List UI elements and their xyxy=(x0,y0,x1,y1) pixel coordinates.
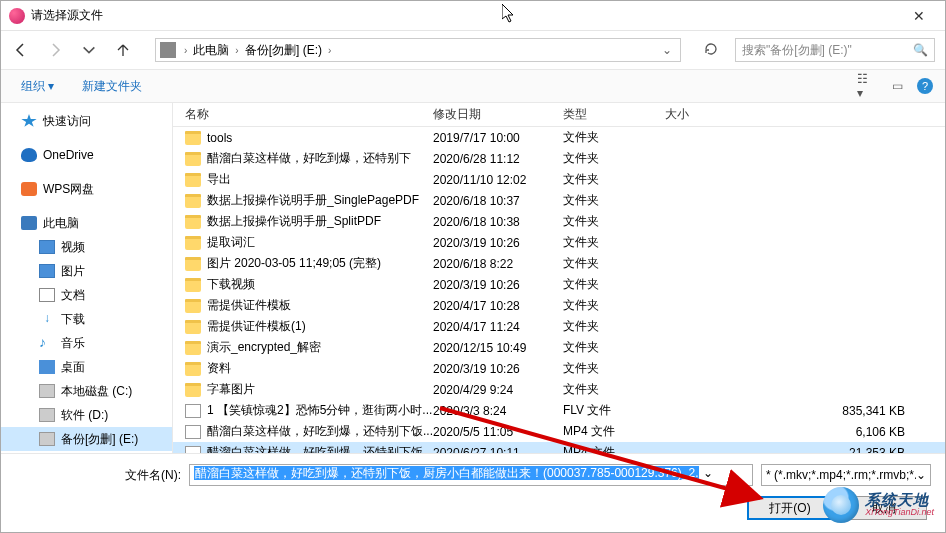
chevron-right-icon[interactable]: › xyxy=(231,45,242,56)
chevron-right-icon[interactable]: › xyxy=(180,45,191,56)
breadcrumb-seg-drive[interactable]: 备份[勿删] (E:) xyxy=(243,42,324,59)
video-icon xyxy=(39,240,55,254)
file-size: 6,106 KB xyxy=(665,425,945,439)
folder-icon xyxy=(185,320,201,334)
picture-icon xyxy=(39,264,55,278)
forward-button[interactable] xyxy=(45,40,65,60)
sidebar-item-disk-e[interactable]: 备份[勿删] (E:) xyxy=(1,427,172,451)
cloud-icon xyxy=(21,148,37,162)
file-row[interactable]: tools2019/7/17 10:00文件夹 xyxy=(173,127,945,148)
folder-icon xyxy=(185,131,201,145)
file-type: 文件夹 xyxy=(563,318,665,335)
sidebar-item-downloads[interactable]: ↓下载 xyxy=(1,307,172,331)
file-name: 1 【笑镇惊魂2】恐怖5分钟，逛街两小时... xyxy=(207,402,433,419)
file-date: 2020/4/17 11:24 xyxy=(433,320,563,334)
file-name: 字幕图片 xyxy=(207,381,433,398)
folder-icon xyxy=(185,236,201,250)
sidebar-item-video[interactable]: 视频 xyxy=(1,235,172,259)
file-row[interactable]: 导出2020/11/10 12:02文件夹 xyxy=(173,169,945,190)
file-icon xyxy=(185,425,201,439)
file-date: 2020/4/29 9:24 xyxy=(433,383,563,397)
pc-icon xyxy=(21,216,37,230)
file-type-filter[interactable]: * (*.mkv;*.mp4;*.rm;*.rmvb;*.f⌄ xyxy=(761,464,931,486)
file-row[interactable]: 1 【笑镇惊魂2】恐怖5分钟，逛街两小时...2020/3/3 8:24FLV … xyxy=(173,400,945,421)
wps-icon xyxy=(21,182,37,196)
file-row[interactable]: 需提供证件模板(1)2020/4/17 11:24文件夹 xyxy=(173,316,945,337)
view-mode-button[interactable]: ☷ ▾ xyxy=(857,77,877,95)
file-name: 需提供证件模板 xyxy=(207,297,433,314)
file-list[interactable]: tools2019/7/17 10:00文件夹醋溜白菜这样做，好吃到爆，还特别下… xyxy=(173,127,945,453)
close-button[interactable]: ✕ xyxy=(901,8,937,24)
new-folder-button[interactable]: 新建文件夹 xyxy=(74,74,150,99)
breadcrumb-seg-thispc[interactable]: 此电脑 xyxy=(191,42,231,59)
col-name[interactable]: 名称 xyxy=(185,106,433,123)
cancel-button[interactable]: 取消 xyxy=(841,496,927,520)
preview-pane-button[interactable]: ▭ xyxy=(887,77,907,95)
folder-icon xyxy=(185,194,201,208)
file-row[interactable]: 提取词汇2020/3/19 10:26文件夹 xyxy=(173,232,945,253)
file-date: 2020/3/19 10:26 xyxy=(433,278,563,292)
filename-input[interactable]: 醋溜白菜这样做，好吃到爆，还特别下饭，厨房小白都能做出来！(000037.785… xyxy=(189,464,753,486)
file-type: 文件夹 xyxy=(563,150,665,167)
file-name: 提取词汇 xyxy=(207,234,433,251)
toolbar: 组织 ▾ 新建文件夹 ☷ ▾ ▭ ? xyxy=(1,69,945,103)
file-row[interactable]: 数据上报操作说明手册_SinglePagePDF2020/6/18 10:37文… xyxy=(173,190,945,211)
file-row[interactable]: 醋溜白菜这样做，好吃到爆，还特别下2020/6/28 11:12文件夹 xyxy=(173,148,945,169)
organize-button[interactable]: 组织 ▾ xyxy=(13,74,62,99)
file-row[interactable]: 需提供证件模板2020/4/17 10:28文件夹 xyxy=(173,295,945,316)
file-type: MP4 文件 xyxy=(563,444,665,453)
sidebar-item-thispc[interactable]: 此电脑 xyxy=(1,211,172,235)
file-size: 21,353 KB xyxy=(665,446,945,454)
help-button[interactable]: ? xyxy=(917,78,933,94)
file-date: 2020/6/18 10:37 xyxy=(433,194,563,208)
folder-icon xyxy=(185,362,201,376)
sidebar-item-disk-d[interactable]: 软件 (D:) xyxy=(1,403,172,427)
file-row[interactable]: 数据上报操作说明手册_SplitPDF2020/6/18 10:38文件夹 xyxy=(173,211,945,232)
file-row[interactable]: 资料2020/3/19 10:26文件夹 xyxy=(173,358,945,379)
search-input[interactable]: 搜索"备份[勿删] (E:)" 🔍 xyxy=(735,38,935,62)
back-button[interactable] xyxy=(11,40,31,60)
up-button[interactable] xyxy=(113,40,133,60)
file-row[interactable]: 醋溜白菜这样做，好吃到爆，还特别下饭...2020/5/5 11:05MP4 文… xyxy=(173,421,945,442)
file-name: tools xyxy=(207,131,433,145)
breadcrumb[interactable]: › 此电脑 › 备份[勿删] (E:) › ⌄ xyxy=(155,38,681,62)
desktop-icon xyxy=(39,360,55,374)
file-date: 2020/6/27 10:11 xyxy=(433,446,563,454)
refresh-button[interactable] xyxy=(703,41,721,60)
breadcrumb-dropdown[interactable]: ⌄ xyxy=(658,43,676,57)
file-row[interactable]: 演示_encrypted_解密2020/12/15 10:49文件夹 xyxy=(173,337,945,358)
folder-icon xyxy=(185,383,201,397)
file-type: 文件夹 xyxy=(563,360,665,377)
search-icon[interactable]: 🔍 xyxy=(913,43,928,57)
col-type[interactable]: 类型 xyxy=(563,106,665,123)
folder-icon xyxy=(185,257,201,271)
window-title: 请选择源文件 xyxy=(31,7,901,24)
recent-dropdown[interactable] xyxy=(79,40,99,60)
file-name: 醋溜白菜这样做，好吃到爆，还特别下 xyxy=(207,150,433,167)
pc-icon xyxy=(160,42,176,58)
file-row[interactable]: 字幕图片2020/4/29 9:24文件夹 xyxy=(173,379,945,400)
dialog-body: 快速访问 OneDrive WPS网盘 此电脑 视频 图片 文档 ↓下载 ♪音乐… xyxy=(1,103,945,453)
folder-icon xyxy=(185,278,201,292)
sidebar-item-desktop[interactable]: 桌面 xyxy=(1,355,172,379)
sidebar-item-wps[interactable]: WPS网盘 xyxy=(1,177,172,201)
file-date: 2020/4/17 10:28 xyxy=(433,299,563,313)
search-placeholder: 搜索"备份[勿删] (E:)" xyxy=(742,42,913,59)
disk-icon xyxy=(39,408,55,422)
col-date[interactable]: 修改日期 xyxy=(433,106,563,123)
sidebar-item-disk-c[interactable]: 本地磁盘 (C:) xyxy=(1,379,172,403)
col-size[interactable]: 大小 xyxy=(665,106,945,123)
sidebar-item-onedrive[interactable]: OneDrive xyxy=(1,143,172,167)
open-button[interactable]: 打开(O) xyxy=(747,496,833,520)
sidebar-item-pictures[interactable]: 图片 xyxy=(1,259,172,283)
sidebar-item-quick-access[interactable]: 快速访问 xyxy=(1,109,172,133)
chevron-right-icon[interactable]: › xyxy=(324,45,335,56)
file-icon xyxy=(185,446,201,454)
sidebar-item-documents[interactable]: 文档 xyxy=(1,283,172,307)
file-row[interactable]: 下载视频2020/3/19 10:26文件夹 xyxy=(173,274,945,295)
folder-icon xyxy=(185,341,201,355)
sidebar-item-music[interactable]: ♪音乐 xyxy=(1,331,172,355)
file-row[interactable]: 图片 2020-03-05 11;49;05 (完整)2020/6/18 8:2… xyxy=(173,253,945,274)
file-row[interactable]: 醋溜白菜这样做，好吃到爆，还特别下饭...2020/6/27 10:11MP4 … xyxy=(173,442,945,453)
file-type: 文件夹 xyxy=(563,213,665,230)
